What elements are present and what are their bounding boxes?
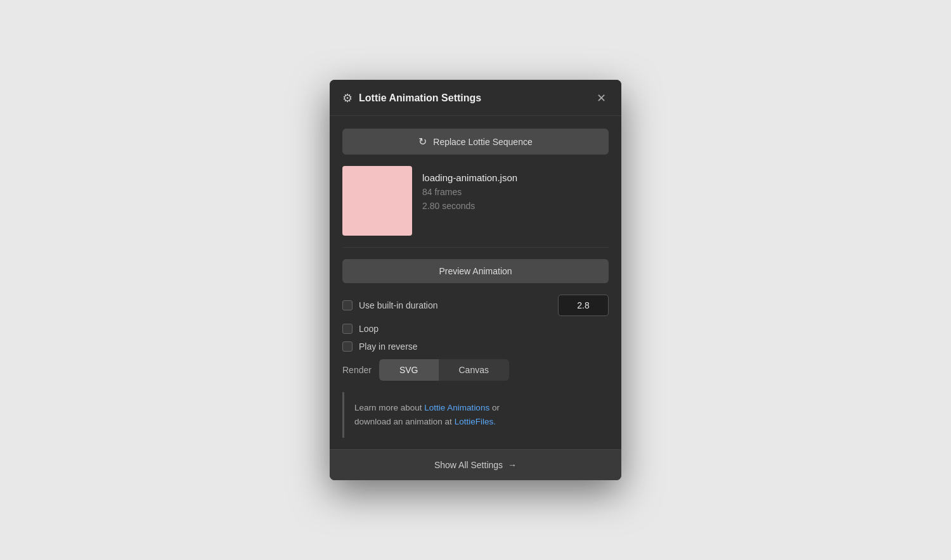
lottiefiles-link[interactable]: LottieFiles. — [455, 417, 496, 426]
file-frames: 84 frames — [422, 187, 517, 197]
render-label: Render — [342, 365, 372, 375]
file-details: loading-animation.json 84 frames 2.80 se… — [422, 166, 517, 211]
info-text: Learn more about Lottie Animations ordow… — [354, 401, 598, 428]
arrow-icon: → — [508, 460, 517, 470]
close-button[interactable]: ✕ — [594, 91, 609, 105]
show-all-label: Show All Settings — [434, 460, 503, 470]
file-seconds: 2.80 seconds — [422, 201, 517, 211]
replace-button-label: Replace Lottie Sequence — [433, 137, 532, 147]
render-row: Render SVG Canvas — [342, 359, 609, 381]
play-reverse-row: Play in reverse — [342, 341, 609, 352]
show-all-settings-button[interactable]: Show All Settings → — [330, 449, 621, 480]
render-toggle: SVG Canvas — [379, 359, 509, 381]
refresh-icon: ↻ — [418, 136, 427, 148]
play-reverse-checkbox[interactable] — [342, 341, 353, 352]
use-builtin-label: Use built-in duration — [359, 300, 438, 310]
loop-label: Loop — [359, 324, 378, 334]
lottie-settings-dialog: ⚙ Lottie Animation Settings ✕ ↻ Replace … — [330, 80, 621, 480]
dialog-title: Lottie Animation Settings — [359, 92, 481, 104]
duration-input[interactable]: 2.8 — [558, 295, 609, 316]
file-thumbnail — [342, 166, 412, 236]
title-group: ⚙ Lottie Animation Settings — [342, 91, 481, 105]
dialog-header: ⚙ Lottie Animation Settings ✕ — [330, 80, 621, 116]
use-builtin-checkbox[interactable] — [342, 300, 353, 310]
render-canvas-button[interactable]: Canvas — [439, 359, 509, 381]
lottie-animations-link[interactable]: Lottie Animations — [424, 403, 489, 412]
file-name: loading-animation.json — [422, 172, 517, 183]
use-builtin-row: Use built-in duration 2.8 — [342, 295, 609, 316]
gear-icon: ⚙ — [342, 91, 353, 105]
info-box: Learn more about Lottie Animations ordow… — [342, 392, 609, 437]
preview-animation-button[interactable]: Preview Animation — [342, 259, 609, 283]
divider — [342, 247, 609, 248]
loop-row: Loop — [342, 324, 609, 334]
use-builtin-left: Use built-in duration — [342, 300, 438, 310]
file-info-row: loading-animation.json 84 frames 2.80 se… — [342, 166, 609, 236]
play-reverse-label: Play in reverse — [359, 341, 418, 352]
replace-button[interactable]: ↻ Replace Lottie Sequence — [342, 129, 609, 155]
render-svg-button[interactable]: SVG — [379, 359, 439, 381]
info-text-before: Learn more about — [354, 403, 424, 412]
dialog-body: ↻ Replace Lottie Sequence loading-animat… — [330, 116, 621, 437]
loop-checkbox[interactable] — [342, 324, 353, 334]
